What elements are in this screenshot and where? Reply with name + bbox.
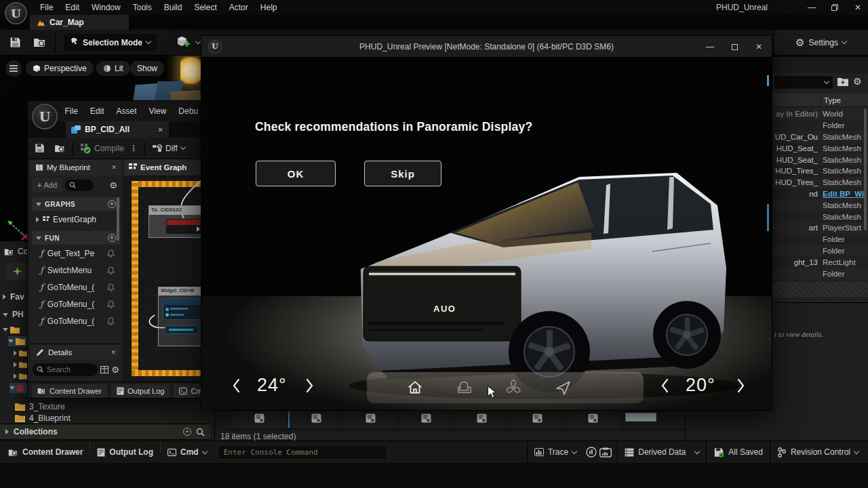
screenshot-icon[interactable] [599, 447, 612, 458]
menu-file[interactable]: File [34, 0, 59, 15]
skip-button[interactable]: Skip [364, 161, 441, 186]
preview-minimize-button[interactable]: — [703, 41, 717, 53]
temp-right-increase-button[interactable] [736, 378, 746, 394]
menu-build[interactable]: Build [158, 0, 189, 15]
ok-button[interactable]: OK [256, 161, 336, 186]
outliner-row[interactable]: ght_13RectLight [772, 256, 868, 268]
folder-row[interactable]: 3_Texture [15, 401, 214, 411]
outliner-row[interactable]: HUD_Tires_StaticMesh [772, 165, 868, 177]
outliner-scrollbar[interactable] [864, 108, 867, 230]
viewport-menu-button[interactable] [5, 60, 22, 77]
eventgraph-item[interactable]: EventGraph [31, 212, 121, 227]
bp-menu-edit[interactable]: Edit [84, 104, 111, 119]
outliner-row[interactable]: Folder [772, 234, 868, 245]
outliner-row[interactable]: Folder [772, 120, 868, 131]
wide-thumbnail[interactable] [625, 413, 656, 422]
console-command-input[interactable] [218, 445, 387, 460]
tab-event-graph[interactable]: Event Graph [124, 159, 203, 176]
outliner-row[interactable]: HUD_Seat_StaticMesh [772, 142, 868, 154]
graph-node-group[interactable]: Widget_CID+M [158, 287, 203, 346]
widget-node[interactable] [163, 298, 202, 320]
add-actor-chevron-icon[interactable] [195, 39, 201, 44]
temp-left-increase-button[interactable] [304, 378, 315, 394]
tab-car-map[interactable]: Car_Map [30, 15, 129, 30]
widget-pill-node[interactable] [164, 325, 199, 334]
function-item[interactable]: ƒGet_Text_Pe [31, 245, 121, 262]
restore-button[interactable] [827, 1, 842, 14]
edit-blueprint-link[interactable]: Edit BP_Wi [820, 190, 864, 198]
functions-section-header[interactable]: FUN + [32, 231, 120, 245]
bp-browse-icon[interactable] [54, 144, 66, 153]
menu-tools[interactable]: Tools [127, 0, 158, 15]
my-blueprint-scrollbar[interactable] [117, 197, 119, 241]
bp-content-drawer-button[interactable]: Content Drawer [32, 384, 107, 398]
all-saved-indicator[interactable]: All Saved [707, 445, 770, 460]
menu-actor[interactable]: Actor [223, 0, 254, 15]
add-collection-icon[interactable]: + [183, 428, 191, 436]
browse-content-icon[interactable] [33, 37, 47, 48]
derived-data-dropdown[interactable]: Derived Data [618, 445, 706, 460]
project-row[interactable]: PH [3, 310, 30, 319]
asset-thumbnail[interactable] [566, 411, 620, 428]
function-item[interactable]: ƒGoToMenu_( [31, 279, 121, 296]
temp-left-decrease-button[interactable] [231, 378, 241, 394]
output-log-button[interactable]: Output Log [90, 445, 160, 460]
outliner-row[interactable]: HUD_Tires_StaticMesh [772, 177, 868, 188]
bp-menu-file[interactable]: File [58, 104, 83, 119]
outliner-row[interactable]: StaticMesh [772, 211, 868, 222]
bell-icon[interactable] [107, 317, 115, 325]
outliner-row[interactable]: Folder [772, 268, 868, 279]
type-column-header[interactable]: Type [821, 96, 841, 104]
outliner-row[interactable]: StaticMesh [772, 199, 868, 211]
settings-group[interactable]: ⚙ Settings [773, 30, 868, 55]
add-graph-icon[interactable]: + [108, 200, 116, 208]
outliner-row[interactable]: artPlayerStart [772, 222, 868, 234]
menu-window[interactable]: Window [85, 0, 127, 15]
outliner-row[interactable]: Folder [772, 245, 868, 257]
home-icon[interactable] [406, 379, 424, 396]
temp-right-decrease-button[interactable] [660, 378, 670, 394]
viewport-show-button[interactable]: Show [130, 61, 164, 76]
viewport-perspective-button[interactable]: Perspective [26, 61, 94, 76]
cmd-dropdown[interactable]: Cmd [161, 445, 214, 460]
bp-menu-asset[interactable]: Asset [111, 104, 143, 119]
diff-button[interactable]: Diff [152, 144, 185, 153]
function-item[interactable]: ƒGoToMenu_( [31, 296, 121, 312]
unreal-logo[interactable]: U [5, 2, 27, 24]
menu-select[interactable]: Select [188, 0, 222, 15]
new-folder-icon[interactable] [837, 77, 848, 86]
add-content-button[interactable] [6, 263, 28, 280]
bp-output-log-button[interactable]: Output Log [111, 384, 170, 398]
search-icon[interactable] [196, 428, 205, 436]
bp-menu-view[interactable]: View [143, 104, 173, 119]
outliner-settings-gear-icon[interactable]: ⚙ [853, 76, 862, 87]
my-blueprint-search[interactable] [65, 180, 94, 191]
tree-row[interactable] [3, 325, 30, 335]
seat-icon[interactable] [455, 379, 473, 396]
event-node[interactable] [165, 218, 202, 235]
save-icon[interactable] [9, 37, 21, 48]
bell-icon[interactable] [107, 283, 115, 291]
outliner-row[interactable]: UD_Car_OuStaticMesh [772, 131, 868, 143]
details-panel-header[interactable]: Details ✕ [31, 344, 121, 360]
add-button[interactable]: + Add [32, 178, 62, 192]
asset-thumbnail[interactable] [344, 411, 398, 428]
preview-maximize-button[interactable] [727, 41, 742, 53]
close-tab-icon[interactable]: ✕ [158, 126, 163, 134]
function-item[interactable]: ƒSwitchMenu [31, 262, 121, 279]
details-gear-icon[interactable]: ⚙ [111, 365, 119, 375]
close-panel-icon[interactable]: ✕ [111, 164, 117, 171]
insights-icon[interactable] [586, 447, 597, 458]
bell-icon[interactable] [107, 249, 115, 258]
viewport-lit-button[interactable]: Lit [96, 61, 130, 76]
display-filter-icon[interactable] [100, 366, 108, 373]
revision-control-dropdown[interactable]: Revision Control [770, 445, 865, 460]
asset-thumbnail[interactable] [233, 411, 287, 428]
outliner-row[interactable]: ay In Editor)World [772, 108, 868, 120]
navigation-icon[interactable] [554, 379, 572, 396]
preview-titlebar[interactable]: U PHUD_Unreal Preview [NetMode: Standalo… [201, 36, 772, 58]
preview-close-button[interactable]: ✕ [751, 41, 766, 53]
compile-options-icon[interactable]: ⋮ [130, 144, 138, 153]
minimize-button[interactable]: — [804, 1, 819, 14]
menu-edit[interactable]: Edit [59, 0, 85, 15]
